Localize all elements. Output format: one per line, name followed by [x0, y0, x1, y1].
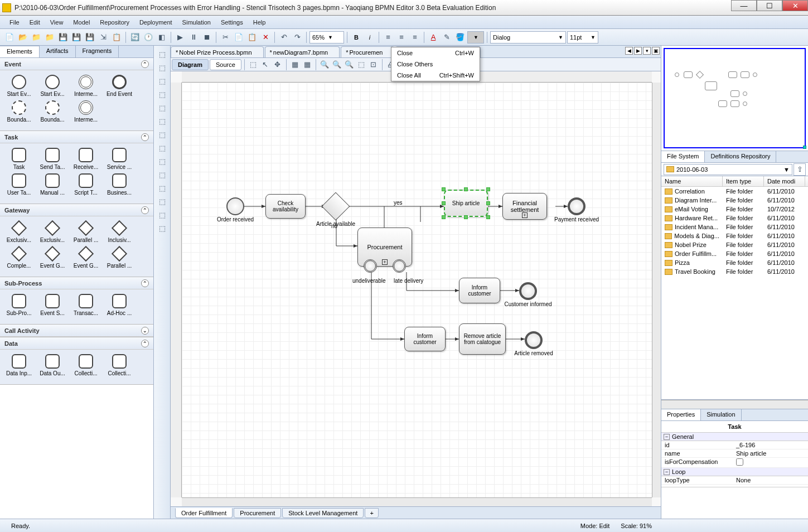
palette-section-gateway[interactable]: Gateway⌃ — [0, 204, 153, 216]
saveas-button[interactable]: 💾 — [70, 31, 83, 43]
file-row[interactable]: Order Fulfillm...File folder6/11/2010 — [661, 249, 808, 258]
boundary-late-delivery[interactable] — [393, 259, 406, 273]
prop-row-loopType[interactable]: loopTypeNone — [661, 476, 808, 485]
palette-item[interactable]: Inclusiv... — [103, 221, 136, 243]
palette-item[interactable]: Data Inp... — [2, 354, 36, 376]
vt-pointer[interactable]: ↖ — [260, 59, 271, 70]
col-name[interactable]: Name — [661, 176, 723, 186]
palette-item[interactable]: Interme... — [69, 75, 103, 97]
ctx-close[interactable]: CloseCtrl+W — [391, 47, 480, 59]
task-inform-customer-1[interactable]: Inform customer — [459, 278, 500, 303]
palette-item[interactable]: Task — [2, 148, 36, 170]
gateway-article-available[interactable]: Article available — [326, 196, 346, 216]
vtb-align-10[interactable]: ⬚ — [156, 168, 168, 181]
col-date[interactable]: Date modi — [764, 176, 805, 186]
palette-item[interactable]: Parallel ... — [69, 221, 103, 243]
vtb-align-1[interactable]: ⬚ — [156, 48, 168, 60]
pause-button[interactable]: ⏸ — [187, 31, 200, 43]
palette-item[interactable]: Bounda... — [2, 100, 36, 123]
minimap[interactable] — [664, 48, 806, 148]
palette-item[interactable]: Exclusiv... — [2, 221, 36, 243]
subprocess-procurement[interactable]: Procurement + — [357, 228, 412, 267]
file-row[interactable]: PizzaFile folder6/11/2010 — [661, 258, 808, 267]
paste-button[interactable]: 📋 — [246, 31, 258, 43]
zoom-select[interactable]: 65%▼ — [309, 31, 344, 43]
maximize-button[interactable]: ☐ — [757, 0, 782, 11]
end-event-customer-informed[interactable]: Customer informed — [519, 282, 537, 300]
page-tab-0[interactable]: Order Fulfillment — [175, 508, 233, 518]
palette-item[interactable]: Event S... — [36, 294, 69, 316]
canvas-scroll-v[interactable] — [652, 83, 661, 497]
palette-item[interactable]: Interme... — [69, 100, 103, 123]
palette-item[interactable]: Script T... — [69, 173, 103, 196]
open-button[interactable]: 📂 — [17, 31, 29, 43]
view-source[interactable]: Source — [210, 59, 241, 70]
up-folder-button[interactable]: ⇧ — [794, 163, 806, 176]
vt-zoom100[interactable]: ⊡ — [368, 59, 379, 70]
menu-simulation[interactable]: Simulation — [177, 17, 216, 27]
ctx-close-all[interactable]: Close AllCtrl+Shift+W — [391, 70, 480, 81]
version-button[interactable]: ◧ — [156, 31, 168, 43]
save-button[interactable]: 💾 — [57, 31, 69, 43]
start-event[interactable]: Order received — [226, 197, 244, 215]
prop-row-id[interactable]: id_6-196 — [661, 441, 808, 449]
file-row[interactable]: eMail VotingFile folder10/7/2012 — [661, 205, 808, 214]
tab-prev[interactable]: ◀ — [625, 47, 633, 55]
vtb-align-7[interactable]: ⬚ — [156, 128, 168, 141]
end-event-payment[interactable]: Payment received — [568, 197, 586, 215]
palette-section-data[interactable]: Data⌃ — [0, 337, 153, 350]
palette-section-sub-process[interactable]: Sub-Process⌃ — [0, 277, 153, 289]
font-family-select[interactable]: Dialog▼ — [490, 31, 566, 43]
close-window-button[interactable]: ✕ — [782, 0, 808, 11]
copy-button[interactable]: 📄 — [233, 31, 245, 43]
bold-button[interactable]: B — [350, 31, 362, 43]
open3-button[interactable]: 📁 — [43, 31, 56, 43]
prop-row-isForCompensation[interactable]: isForCompensation — [661, 458, 808, 468]
file-row[interactable]: Models & Diag...File folder6/11/2010 — [661, 231, 808, 240]
palette-item[interactable]: End Event — [103, 75, 136, 97]
palette-item[interactable]: Manual ... — [36, 173, 69, 196]
palette-tab-fragments[interactable]: Fragments — [76, 46, 119, 57]
task-ship-article[interactable]: Ship article — [444, 190, 488, 217]
vtb-align-11[interactable]: ⬚ — [156, 182, 168, 194]
tab-next[interactable]: ▶ — [634, 47, 642, 55]
minimap-resize-handle[interactable] — [803, 146, 806, 149]
file-row[interactable]: Diagram Inter...File folder6/11/2010 — [661, 196, 808, 205]
vtb-align-4[interactable]: ⬚ — [156, 88, 168, 100]
palette-item[interactable]: Sub-Pro... — [2, 294, 36, 316]
vtb-align-3[interactable]: ⬚ — [156, 75, 168, 87]
task-check-availability[interactable]: Check availability — [265, 194, 306, 219]
prop-row-name[interactable]: nameShip article — [661, 449, 808, 458]
menu-help[interactable]: Help — [248, 17, 271, 27]
menu-edit[interactable]: Edit — [25, 17, 45, 27]
vt-pan[interactable]: ✥ — [272, 59, 283, 70]
palette-item[interactable]: Start Ev... — [36, 75, 69, 97]
task-financial-settlement[interactable]: Financial settlement + — [502, 193, 547, 220]
palette-item[interactable]: Bounda... — [36, 100, 69, 123]
palette-item[interactable]: User Ta... — [2, 173, 36, 196]
vtb-align-6[interactable]: ⬚ — [156, 115, 168, 127]
menu-model[interactable]: Model — [68, 17, 95, 27]
stop-button[interactable]: ⏹ — [201, 31, 213, 43]
page-tab-add[interactable]: + — [365, 508, 378, 518]
prop-group-loop[interactable]: −Loop — [661, 468, 808, 476]
vt-grid1[interactable]: ▦ — [289, 59, 301, 70]
task-remove-article[interactable]: Remove article from calatogue — [459, 323, 506, 355]
canvas-scroll-h[interactable] — [182, 497, 652, 506]
palette-item[interactable]: Event G... — [69, 246, 103, 269]
palette-section-call-activity[interactable]: Call Activity⌄ — [0, 325, 153, 337]
checkbox-compensation[interactable] — [736, 458, 743, 466]
align-right-button[interactable]: ≡ — [409, 31, 421, 43]
file-row[interactable]: Incident Mana...File folder6/11/2010 — [661, 223, 808, 231]
file-row[interactable]: Hardware Ret...File folder6/11/2010 — [661, 214, 808, 223]
align-center-button[interactable]: ≡ — [395, 31, 408, 43]
vt-zoomfit[interactable]: 🔍 — [343, 59, 355, 70]
palette-section-task[interactable]: Task⌃ — [0, 131, 153, 143]
cut-button[interactable]: ✂ — [219, 31, 231, 43]
palette-tab-artifacts[interactable]: Artifacts — [40, 46, 76, 57]
file-row[interactable]: CorrelationFile folder6/11/2010 — [661, 187, 808, 196]
menu-view[interactable]: View — [45, 17, 69, 27]
palette-item[interactable]: Data Ou... — [36, 354, 69, 376]
menu-settings[interactable]: Settings — [216, 17, 248, 27]
prop-group-general[interactable]: −General — [661, 433, 808, 441]
